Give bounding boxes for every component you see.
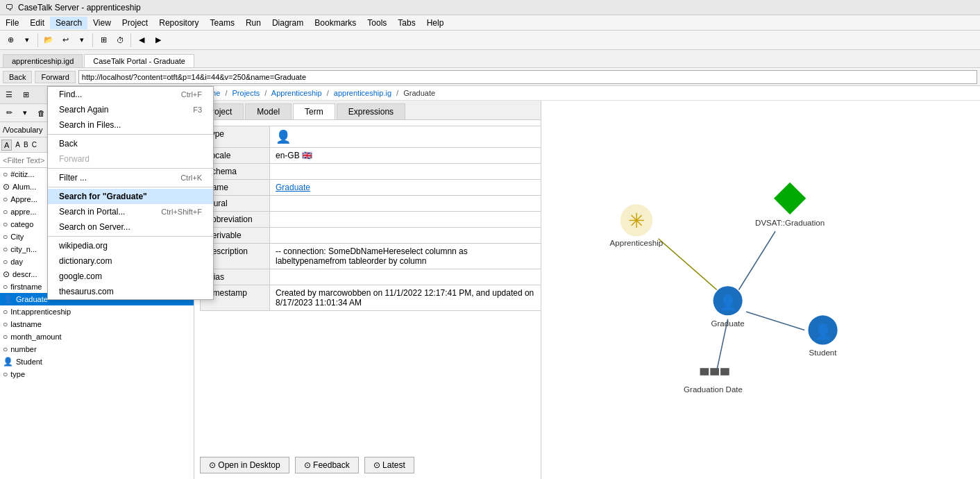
menu-bookmarks[interactable]: Bookmarks (309, 17, 362, 29)
menu-tools[interactable]: Tools (362, 17, 392, 29)
menu-teams[interactable]: Teams (205, 17, 240, 29)
city-icon: ○ (3, 232, 8, 242)
value-alias (270, 269, 541, 285)
bc-apprenticeship-ig[interactable]: apprenticeship.ig (334, 89, 391, 97)
dropdown-button[interactable]: ▾ (19, 33, 35, 48)
context-menu: Find... Ctrl+F Search Again F3 Search in… (47, 86, 214, 300)
menu-bar: File Edit Search View Project Repository… (0, 15, 980, 31)
student-icon: 👤 (3, 357, 13, 367)
alpha-a[interactable]: A (14, 141, 22, 149)
back-nav-button[interactable]: ◀ (134, 33, 149, 48)
menu-help[interactable]: Help (421, 17, 450, 29)
menu-repository[interactable]: Repository (153, 17, 204, 29)
tab-expressions[interactable]: Expressions (337, 103, 405, 119)
row-timestamp: Timestamp Created by marcowobben on 11/1… (201, 285, 541, 311)
redo-dropdown[interactable]: ▾ (74, 33, 90, 48)
menu-run[interactable]: Run (240, 17, 267, 29)
cm-thesaurus[interactable]: thesaurus.com (48, 284, 213, 299)
node-dvsat[interactable] (774, 183, 806, 215)
row-name: Name Graduate (201, 180, 541, 196)
cm-back[interactable]: Back (48, 136, 213, 151)
tree-item-month-amount[interactable]: ○month_amount (0, 330, 194, 343)
toolbar-separator-2 (92, 33, 93, 47)
filter-icon-small: A (1, 140, 12, 151)
tree-item-number[interactable]: ○number (0, 343, 194, 355)
list-icon[interactable]: ☰ (1, 87, 17, 103)
cm-dictionary[interactable]: dictionary.com (48, 253, 213, 269)
label-dvsat: DVSAT::Graduation (755, 219, 825, 227)
line-dvsat-grad (738, 231, 775, 289)
bc-apprenticeship[interactable]: Apprenticeship (271, 89, 322, 97)
open-button[interactable]: 📂 (41, 33, 56, 48)
value-plural (270, 196, 541, 212)
menu-file[interactable]: File (0, 17, 24, 29)
undo-button[interactable]: ↩ (58, 33, 73, 48)
tree-item-type[interactable]: ○type (0, 368, 194, 380)
name-link[interactable]: Graduate (276, 183, 310, 192)
node-graduate[interactable]: 👤 (713, 286, 743, 315)
tab-model[interactable]: Model (245, 103, 292, 119)
line-app-grad (659, 239, 717, 290)
node-student[interactable]: 👤 (808, 315, 837, 344)
forward-nav-button[interactable]: ▶ (151, 33, 166, 48)
menu-search[interactable]: Search (50, 17, 87, 29)
pencil-icon[interactable]: ✏ (1, 106, 17, 121)
cm-forward[interactable]: Forward (48, 151, 213, 167)
title-text: CaseTalk Server - apprenticeship (18, 3, 141, 12)
open-desktop-button[interactable]: ⊙ Open in Desktop (200, 457, 289, 473)
type-icon: ○ (3, 369, 8, 379)
latest-button[interactable]: ⊙ Latest (364, 457, 414, 473)
right-panel: Home / Projects / Apprenticeship / appre… (194, 86, 980, 479)
int-app-icon: ○ (3, 307, 8, 317)
tree-item-student[interactable]: 👤Student (0, 355, 194, 368)
timer-button[interactable]: ⏱ (112, 33, 128, 48)
title-bar: 🗨 CaseTalk Server - apprenticeship (0, 0, 980, 15)
alpha-c[interactable]: C (31, 141, 38, 149)
toolbar-separator-1 (37, 33, 38, 47)
tree-item-lastname[interactable]: ○lastname (0, 318, 194, 330)
bc-projects[interactable]: Projects (233, 89, 260, 97)
main-content: Project Model Term Expressions Type 👤 (194, 101, 980, 479)
graduate-icon: 👤 (3, 294, 13, 304)
cm-sep-2 (48, 168, 213, 169)
tab-apprenticeship[interactable]: apprenticeship.igd (3, 54, 83, 67)
forward-button[interactable]: Forward (35, 71, 75, 83)
menu-diagram[interactable]: Diagram (267, 17, 309, 29)
tab-term[interactable]: Term (293, 103, 335, 119)
firstname-icon: ○ (3, 282, 8, 292)
app-icon: 🗨 (6, 3, 14, 12)
menu-edit[interactable]: Edit (24, 17, 50, 29)
label-apprenticeship: Apprenticeship (610, 239, 664, 247)
tabs-row: apprenticeship.igd CaseTalk Portal - Gra… (0, 50, 980, 68)
cm-find[interactable]: Find... Ctrl+F (48, 87, 213, 102)
menu-project[interactable]: Project (117, 17, 153, 29)
alpha-b[interactable]: B (22, 141, 30, 149)
vocab-label: /Vocabulary (3, 126, 42, 134)
city-n-icon: ○ (3, 244, 8, 254)
cm-search-graduate[interactable]: Search for "Graduate" (48, 189, 213, 204)
back-button[interactable]: Back (3, 71, 32, 83)
cm-search-server[interactable]: Search on Server... (48, 219, 213, 235)
svg-rect-7 (700, 368, 709, 376)
number-icon: ○ (3, 344, 8, 354)
delete-icon[interactable]: 🗑 (33, 106, 49, 121)
tab-portal-graduate[interactable]: CaseTalk Portal - Graduate (84, 54, 194, 67)
tree-item-int-apprenticeship[interactable]: ○Int:apprenticeship (0, 305, 194, 318)
cm-google[interactable]: google.com (48, 269, 213, 284)
cm-search-again[interactable]: Search Again F3 (48, 102, 213, 117)
grid-icon[interactable]: ⊞ (18, 87, 33, 103)
layout-button[interactable]: ⊞ (96, 33, 111, 48)
menu-view[interactable]: View (87, 17, 117, 29)
cm-wikipedia[interactable]: wikipedia.org (48, 238, 213, 253)
menu-tabs[interactable]: Tabs (392, 17, 421, 29)
cm-filter[interactable]: Filter ... Ctrl+K (48, 170, 213, 185)
cm-search-files[interactable]: Search in Files... (48, 117, 213, 133)
node-apprenticeship[interactable]: ✳ (620, 204, 652, 236)
diagram-area: ✳ Apprenticeship DVSAT::Graduation 👤 Gra… (541, 101, 980, 479)
feedback-button[interactable]: ⊙ Feedback (295, 457, 359, 473)
cm-search-portal[interactable]: Search in Portal... Ctrl+Shift+F (48, 204, 213, 219)
node-graduation-date[interactable] (700, 368, 729, 376)
new-button[interactable]: ⊕ (3, 33, 18, 48)
address-input[interactable] (78, 70, 977, 84)
pencil-dropdown[interactable]: ▾ (17, 106, 33, 121)
